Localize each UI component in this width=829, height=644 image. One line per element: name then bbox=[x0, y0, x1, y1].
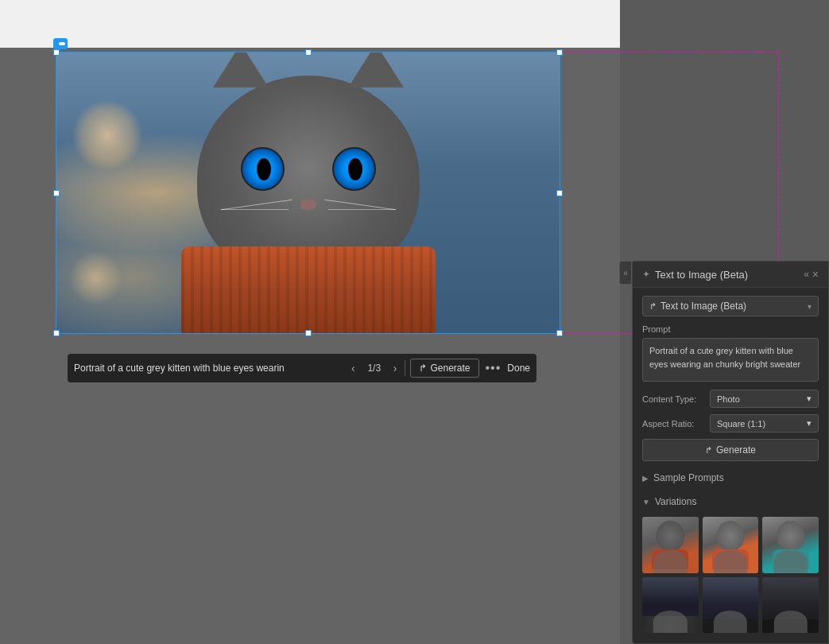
sparkle-icon: ✦ bbox=[642, 269, 650, 280]
aspect-ratio-label: Aspect Ratio: bbox=[642, 419, 710, 429]
panel-close-button[interactable]: × bbox=[812, 268, 819, 281]
variation-thumb-3[interactable] bbox=[762, 517, 819, 573]
kitten-image bbox=[56, 52, 560, 334]
cat-nose bbox=[300, 199, 316, 210]
panel-generate-icon: ↱ bbox=[705, 445, 712, 456]
model-dropdown-row: ↱ Text to Image (Beta) ▾ bbox=[642, 296, 819, 316]
prompt-textarea[interactable]: Portrait of a cute grey kitten with blue… bbox=[642, 338, 819, 382]
model-dropdown[interactable]: ↱ Text to Image (Beta) ▾ bbox=[642, 296, 819, 316]
panel-title-text: Text to Image (Beta) bbox=[655, 269, 748, 281]
toolbar-separator bbox=[405, 360, 405, 376]
text-to-image-panel: ✦ Text to Image (Beta) « × ↱ Text to Ima… bbox=[632, 261, 829, 644]
toolbar-generate-button[interactable]: ↱ Generate bbox=[410, 359, 478, 378]
model-dropdown-label: Text to Image (Beta) bbox=[660, 301, 746, 312]
variation-thumb-4[interactable] bbox=[642, 577, 699, 634]
aspect-ratio-value: Square (1:1) bbox=[717, 419, 765, 429]
cat-sweater bbox=[181, 246, 436, 334]
variations-header[interactable]: ▼ Variations bbox=[642, 493, 819, 510]
image-container[interactable] bbox=[56, 52, 560, 334]
panel-expand-button[interactable]: « bbox=[619, 261, 632, 285]
variations-label: Variations bbox=[655, 496, 696, 507]
generate-label: Generate bbox=[430, 363, 470, 374]
nav-next-button[interactable]: › bbox=[390, 360, 401, 376]
content-type-value: Photo bbox=[717, 394, 740, 404]
panel-generate-button[interactable]: ↱ Generate bbox=[642, 439, 819, 461]
panel-body: ↱ Text to Image (Beta) ▾ Prompt Portrait… bbox=[633, 288, 828, 643]
cat-ear-right bbox=[348, 52, 404, 87]
sample-prompts-header[interactable]: ▶ Sample Prompts bbox=[642, 469, 819, 487]
toolbar-prompt-text: Portrait of a cute grey kitten with blue… bbox=[74, 363, 343, 374]
prompt-section: Prompt Portrait of a cute grey kitten wi… bbox=[642, 324, 819, 382]
panel-header: ✦ Text to Image (Beta) « × bbox=[633, 262, 828, 288]
variations-row-2 bbox=[642, 577, 819, 634]
content-type-row: Content Type: Photo ▾ bbox=[642, 390, 819, 408]
variation-thumb-6[interactable] bbox=[762, 577, 819, 634]
model-dropdown-chevron: ▾ bbox=[808, 302, 812, 311]
sample-prompts-label: Sample Prompts bbox=[653, 472, 724, 483]
variation-thumb-1[interactable] bbox=[642, 517, 699, 573]
panel-title: ✦ Text to Image (Beta) bbox=[642, 269, 748, 281]
nav-prev-button[interactable]: ‹ bbox=[348, 360, 358, 376]
variations-arrow: ▼ bbox=[642, 498, 650, 506]
panel-generate-label: Generate bbox=[716, 444, 756, 456]
toolbar-done-button[interactable]: Done bbox=[507, 363, 530, 374]
sample-prompts-arrow: ▶ bbox=[642, 474, 649, 483]
canvas-area: Portrait of a cute grey kitten with blue… bbox=[0, 0, 620, 644]
aspect-ratio-row: Aspect Ratio: Square (1:1) ▾ bbox=[642, 414, 819, 433]
nav-count: 1/3 bbox=[363, 363, 385, 374]
cat-body bbox=[119, 68, 497, 334]
panel-collapse-button[interactable]: « bbox=[804, 268, 809, 281]
prompt-label: Prompt bbox=[642, 324, 819, 334]
generate-icon: ↱ bbox=[419, 363, 427, 374]
variation-thumb-5[interactable] bbox=[703, 577, 759, 634]
aspect-ratio-chevron: ▾ bbox=[807, 418, 812, 429]
cat-eye-right bbox=[332, 147, 376, 191]
toolbar-more-button[interactable]: ••• bbox=[484, 361, 503, 375]
content-type-label: Content Type: bbox=[642, 394, 710, 404]
variations-row-1 bbox=[642, 517, 819, 573]
top-bar bbox=[0, 0, 620, 48]
content-type-dropdown[interactable]: Photo ▾ bbox=[710, 390, 819, 408]
cat-eye-left bbox=[241, 147, 285, 191]
content-type-chevron: ▾ bbox=[807, 394, 812, 404]
aspect-ratio-dropdown[interactable]: Square (1:1) ▾ bbox=[710, 414, 819, 433]
model-dropdown-icon: ↱ bbox=[649, 301, 657, 312]
variation-thumb-2[interactable] bbox=[703, 517, 759, 573]
main-image bbox=[56, 52, 560, 334]
bottom-toolbar: Portrait of a cute grey kitten with blue… bbox=[68, 354, 537, 382]
cat-ear-left bbox=[213, 52, 269, 87]
